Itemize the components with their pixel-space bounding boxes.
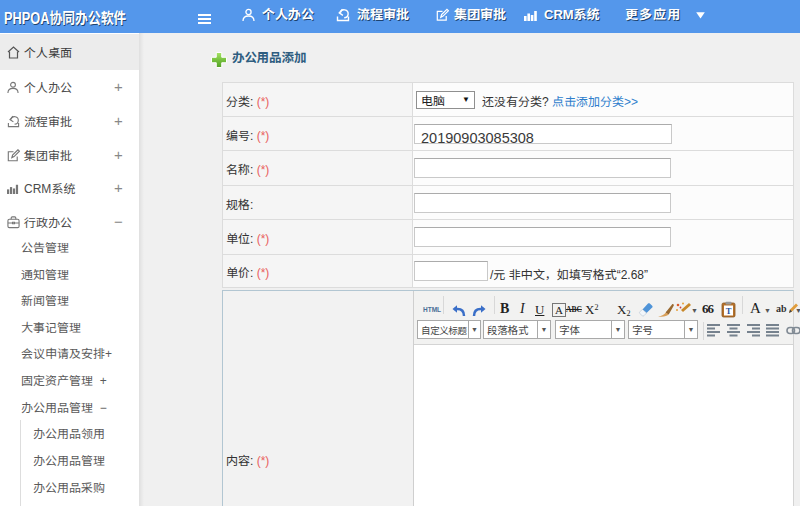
svg-text:T: T <box>726 306 732 316</box>
